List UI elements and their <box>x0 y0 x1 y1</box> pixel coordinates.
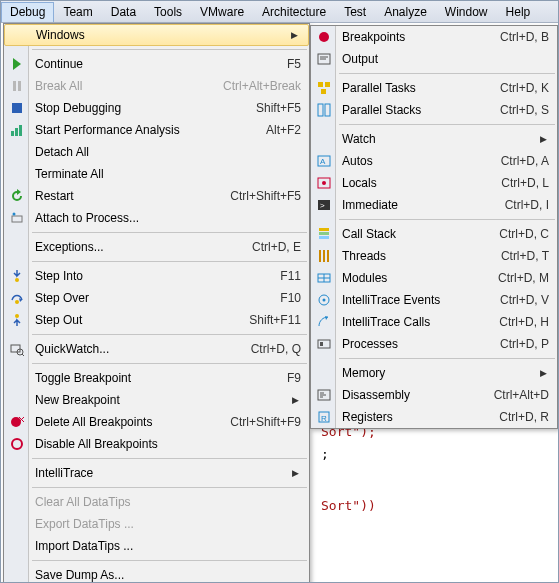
menubar-item-help[interactable]: Help <box>497 2 540 22</box>
svg-line-15 <box>22 354 24 356</box>
menu-item-continue[interactable]: ContinueF5 <box>4 53 309 75</box>
menu-item-stop-debugging[interactable]: Stop DebuggingShift+F5 <box>4 97 309 119</box>
menu-item-label: Save Dump As... <box>29 568 301 582</box>
menu-item-new-breakpoint[interactable]: New Breakpoint▶ <box>4 389 309 411</box>
menu-item-windows[interactable]: Windows▶ <box>4 24 309 46</box>
menu-item-start-performance-analysis[interactable]: Start Performance AnalysisAlt+F2 <box>4 119 309 141</box>
menu-item-call-stack[interactable]: Call StackCtrl+D, C <box>311 223 557 245</box>
menu-item-shortcut: Ctrl+D, R <box>481 410 549 424</box>
menu-separator <box>339 73 555 74</box>
menubar-item-architecture[interactable]: Architecture <box>253 2 335 22</box>
bp-icon <box>311 29 336 45</box>
menu-item-modules[interactable]: ModulesCtrl+D, M <box>311 267 557 289</box>
menu-item-registers[interactable]: RRegistersCtrl+D, R <box>311 406 557 428</box>
menu-item-shortcut: F9 <box>269 371 301 385</box>
menu-item-terminate-all[interactable]: Terminate All <box>4 163 309 185</box>
menu-item-shortcut: Ctrl+D, T <box>483 249 549 263</box>
menu-item-parallel-stacks[interactable]: Parallel StacksCtrl+D, S <box>311 99 557 121</box>
menu-item-shortcut: Ctrl+D, S <box>482 103 549 117</box>
menu-separator <box>32 560 307 561</box>
restart-icon <box>4 188 29 204</box>
svg-rect-28 <box>325 104 330 116</box>
menu-item-locals[interactable]: LocalsCtrl+D, L <box>311 172 557 194</box>
menu-item-breakpoints[interactable]: BreakpointsCtrl+D, B <box>311 26 557 48</box>
menu-item-output[interactable]: Output <box>311 48 557 70</box>
menu-item-label: Modules <box>336 271 480 285</box>
menu-item-shortcut: Shift+F5 <box>238 101 301 115</box>
menu-item-processes[interactable]: ProcessesCtrl+D, P <box>311 333 557 355</box>
menu-item-toggle-breakpoint[interactable]: Toggle BreakpointF9 <box>4 367 309 389</box>
menu-item-label: Continue <box>29 57 269 71</box>
menu-item-label: Breakpoints <box>336 30 482 44</box>
windows-submenu-popup: BreakpointsCtrl+D, BOutputParallel Tasks… <box>310 25 558 429</box>
svg-rect-5 <box>15 128 18 136</box>
code-background: Sort"); ; Sort")) <box>321 421 376 517</box>
svg-rect-2 <box>18 81 21 91</box>
menu-item-label: Import DataTips ... <box>29 539 301 553</box>
menu-item-label: IntelliTrace Events <box>336 293 482 307</box>
menu-item-save-dump-as[interactable]: Save Dump As... <box>4 564 309 583</box>
menu-item-step-over[interactable]: Step OverF10 <box>4 287 309 309</box>
play-icon <box>4 56 29 72</box>
svg-rect-26 <box>321 89 326 94</box>
menu-item-disable-all-breakpoints[interactable]: Disable All Breakpoints <box>4 433 309 455</box>
menu-item-label: Call Stack <box>336 227 481 241</box>
menu-item-intellitrace[interactable]: IntelliTrace▶ <box>4 462 309 484</box>
menu-item-shortcut: Ctrl+D, M <box>480 271 549 285</box>
submenu-arrow-icon: ▶ <box>537 134 549 144</box>
submenu-arrow-icon: ▶ <box>288 30 300 40</box>
menubar-item-data[interactable]: Data <box>102 2 145 22</box>
menu-item-shortcut: Ctrl+D, Q <box>233 342 301 356</box>
menu-separator <box>32 334 307 335</box>
svg-point-9 <box>15 278 19 282</box>
menu-item-parallel-tasks[interactable]: Parallel TasksCtrl+D, K <box>311 77 557 99</box>
menu-separator <box>32 458 307 459</box>
menu-separator <box>32 232 307 233</box>
menu-item-exceptions[interactable]: Exceptions...Ctrl+D, E <box>4 236 309 258</box>
itcalls-icon <box>311 314 336 330</box>
menu-item-watch[interactable]: Watch▶ <box>311 128 557 150</box>
menu-separator <box>339 124 555 125</box>
menu-item-immediate[interactable]: >ImmediateCtrl+D, I <box>311 194 557 216</box>
locals-icon <box>311 175 336 191</box>
menubar-item-test[interactable]: Test <box>335 2 375 22</box>
menu-item-shortcut: Ctrl+D, A <box>483 154 549 168</box>
menubar-item-window[interactable]: Window <box>436 2 497 22</box>
svg-rect-44 <box>318 340 330 348</box>
menu-separator <box>339 219 555 220</box>
menu-item-label: Toggle Breakpoint <box>29 371 269 385</box>
menu-item-autos[interactable]: AAutosCtrl+D, A <box>311 150 557 172</box>
menu-item-attach-to-process[interactable]: Attach to Process... <box>4 207 309 229</box>
svg-rect-13 <box>11 345 20 352</box>
menubar-item-tools[interactable]: Tools <box>145 2 191 22</box>
pause-icon <box>4 78 29 94</box>
menu-item-memory[interactable]: Memory▶ <box>311 362 557 384</box>
menu-item-shortcut: Ctrl+Alt+Break <box>205 79 301 93</box>
menubar-item-vmware[interactable]: VMware <box>191 2 253 22</box>
menu-item-shortcut: Ctrl+D, C <box>481 227 549 241</box>
menu-item-intellitrace-calls[interactable]: IntelliTrace CallsCtrl+D, H <box>311 311 557 333</box>
menu-item-restart[interactable]: RestartCtrl+Shift+F5 <box>4 185 309 207</box>
menu-item-label: Break All <box>29 79 205 93</box>
menu-item-label: Start Performance Analysis <box>29 123 248 137</box>
perf-icon <box>4 122 29 138</box>
menu-item-shortcut: F5 <box>269 57 301 71</box>
menu-item-import-datatips[interactable]: Import DataTips ... <box>4 535 309 557</box>
menu-item-step-into[interactable]: Step IntoF11 <box>4 265 309 287</box>
menu-item-quickwatch[interactable]: QuickWatch...Ctrl+D, Q <box>4 338 309 360</box>
menu-item-label: Processes <box>336 337 482 351</box>
svg-rect-6 <box>19 125 22 136</box>
menu-item-label: Memory <box>336 366 537 380</box>
menu-item-detach-all[interactable]: Detach All <box>4 141 309 163</box>
svg-rect-37 <box>319 236 329 239</box>
svg-point-8 <box>12 213 15 216</box>
menu-item-delete-all-breakpoints[interactable]: Delete All BreakpointsCtrl+Shift+F9 <box>4 411 309 433</box>
menubar-item-analyze[interactable]: Analyze <box>375 2 436 22</box>
menubar-item-debug[interactable]: Debug <box>1 2 54 22</box>
menubar-item-team[interactable]: Team <box>54 2 101 22</box>
delbp-icon <box>4 414 29 430</box>
menu-item-intellitrace-events[interactable]: IntelliTrace EventsCtrl+D, V <box>311 289 557 311</box>
menu-item-threads[interactable]: ThreadsCtrl+D, T <box>311 245 557 267</box>
menu-item-step-out[interactable]: Step OutShift+F11 <box>4 309 309 331</box>
menu-item-disassembly[interactable]: DisassemblyCtrl+Alt+D <box>311 384 557 406</box>
